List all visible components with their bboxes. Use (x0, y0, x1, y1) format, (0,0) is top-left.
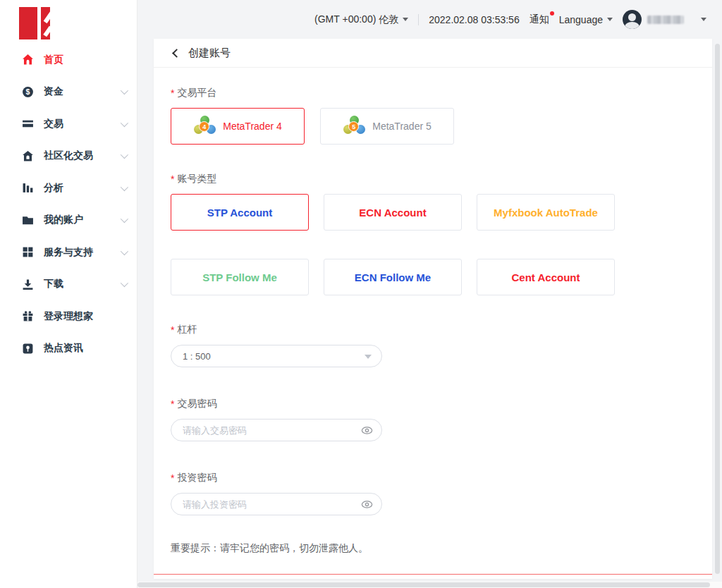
required-asterisk: * (171, 173, 174, 185)
news-icon (21, 342, 34, 355)
leverage-label-text: 杠杆 (177, 324, 197, 336)
logo-shape (37, 7, 41, 39)
logo-shape (43, 26, 53, 37)
sidebar-item-label: 分析 (44, 182, 63, 195)
svg-text:$: $ (25, 87, 30, 96)
trade-icon (21, 118, 34, 130)
platform-option-mt4[interactable]: 4 MetaTrader 4 (171, 108, 305, 145)
investor-password-label: * 投资密码 (171, 472, 692, 484)
leverage-select[interactable]: 1 : 500 (171, 345, 382, 367)
sidebar-menu: 首页 $ 资金 交易 社区化交易 分析 (0, 44, 137, 365)
language-label: Language (559, 14, 603, 25)
chevron-down-icon (121, 215, 128, 223)
sidebar-item-funds[interactable]: $ 资金 (0, 76, 137, 109)
eye-icon[interactable] (361, 424, 373, 436)
leverage-value: 1 : 500 (183, 351, 211, 362)
account-type-stp-follow[interactable]: STP Follow Me (171, 259, 309, 295)
platform-label-text: 交易平台 (177, 87, 216, 99)
account-type-row-1: STP Account ECN Account Myfxbook AutoTra… (171, 194, 692, 231)
gift-icon (21, 310, 34, 323)
caret-down-icon (403, 18, 408, 21)
back-icon (172, 49, 181, 58)
chevron-down-icon (121, 183, 128, 191)
funds-icon: $ (21, 85, 34, 98)
account-type-row-2: STP Follow Me ECN Follow Me Cent Account (171, 259, 692, 295)
avatar-body (625, 22, 640, 29)
account-type-cent[interactable]: Cent Account (477, 259, 615, 295)
avatar-head (628, 13, 636, 21)
trade-password-input[interactable] (171, 419, 382, 441)
my-accounts-icon (21, 214, 34, 226)
sidebar-item-label: 下载 (44, 278, 63, 290)
support-icon (21, 246, 34, 259)
account-type-ecn[interactable]: ECN Account (324, 194, 462, 231)
user-menu[interactable] (623, 10, 684, 29)
platform-options: 4 MetaTrader 4 5 MetaTrader 5 (171, 108, 692, 145)
server-datetime: 2022.02.08 03:53:56 (429, 14, 519, 25)
notifications-label: 通知 (530, 13, 549, 25)
investor-password-input[interactable] (171, 493, 382, 515)
logo-shape (44, 11, 54, 23)
eye-icon[interactable] (361, 498, 373, 510)
chevron-down-icon (121, 151, 128, 159)
sidebar-item-support[interactable]: 服务与支持 (0, 236, 137, 269)
account-type-ecn-follow[interactable]: ECN Follow Me (324, 259, 462, 295)
page-header-back[interactable]: 创建账号 (154, 39, 712, 68)
required-asterisk: * (171, 87, 174, 99)
account-type-stp[interactable]: STP Account (171, 194, 309, 231)
community-trade-icon (21, 149, 34, 162)
horizontal-scrollbar[interactable] (137, 582, 710, 587)
download-icon (21, 278, 34, 290)
sidebar-item-analysis[interactable]: 分析 (0, 172, 137, 204)
topbar: (GMT +00:00) 伦敦 2022.02.08 03:53:56 通知 L… (137, 0, 722, 39)
sidebar-item-hot-news[interactable]: 热点资讯 (0, 333, 137, 365)
sidebar-item-download[interactable]: 下载 (0, 269, 137, 301)
sidebar-item-my-accounts[interactable]: 我的账户 (0, 204, 137, 237)
chevron-down-icon (121, 279, 128, 287)
avatar (623, 10, 642, 29)
vertical-scrollbar[interactable] (715, 44, 720, 574)
sidebar-item-trade[interactable]: 交易 (0, 108, 137, 140)
sidebar-item-label: 首页 (44, 54, 63, 66)
platform-option-label: MetaTrader 4 (223, 121, 282, 132)
app-window: 首页 $ 资金 交易 社区化交易 分析 (0, 0, 722, 588)
investor-password-label-text: 投资密码 (177, 472, 216, 484)
chevron-down-icon (121, 119, 128, 127)
caret-down-icon (607, 18, 613, 21)
page-title: 创建账号 (188, 47, 231, 60)
timezone-label: (GMT +00:00) 伦敦 (314, 13, 398, 26)
account-type-myfxbook[interactable]: Myfxbook AutoTrade (477, 194, 615, 231)
metatrader4-icon: 4 (193, 116, 216, 137)
sidebar-item-label: 我的账户 (44, 214, 83, 226)
sidebar-item-home[interactable]: 首页 (0, 44, 137, 76)
caret-down-icon[interactable] (701, 18, 706, 21)
timezone-selector[interactable]: (GMT +00:00) 伦敦 (314, 13, 408, 26)
sidebar-item-community-trade[interactable]: 社区化交易 (0, 140, 137, 173)
analysis-icon (21, 182, 34, 195)
red-divider (154, 574, 712, 575)
investor-password-wrap (171, 493, 382, 515)
language-selector[interactable]: Language (559, 14, 613, 25)
chevron-down-icon (121, 247, 128, 255)
required-asterisk: * (171, 398, 174, 410)
notification-dot (550, 11, 554, 16)
trade-password-label-text: 交易密码 (177, 398, 216, 410)
home-icon (21, 54, 34, 66)
sidebar-item-label: 资金 (44, 85, 63, 98)
divider (418, 14, 419, 25)
platform-option-mt5[interactable]: 5 MetaTrader 5 (320, 108, 454, 145)
horizontal-scrollbar-track (137, 582, 722, 588)
notifications-button[interactable]: 通知 (530, 13, 549, 26)
brand-logo[interactable] (19, 7, 50, 39)
sidebar: 首页 $ 资金 交易 社区化交易 分析 (0, 0, 137, 588)
sidebar-item-label: 服务与支持 (44, 246, 93, 259)
platform-option-label: MetaTrader 5 (372, 121, 432, 132)
create-account-form: * 交易平台 4 MetaTrader 4 5 MetaTrader 5 (154, 87, 712, 588)
account-type-label: * 账号类型 (171, 173, 692, 185)
sidebar-item-ideal-home[interactable]: 登录理想家 (0, 300, 137, 333)
password-warning-text: 重要提示：请牢记您的密码，切勿泄露他人。 (171, 542, 692, 555)
caret-down-icon (365, 355, 372, 359)
sidebar-item-label: 交易 (44, 118, 63, 130)
trade-password-wrap (171, 419, 382, 441)
platform-label: * 交易平台 (171, 87, 692, 99)
